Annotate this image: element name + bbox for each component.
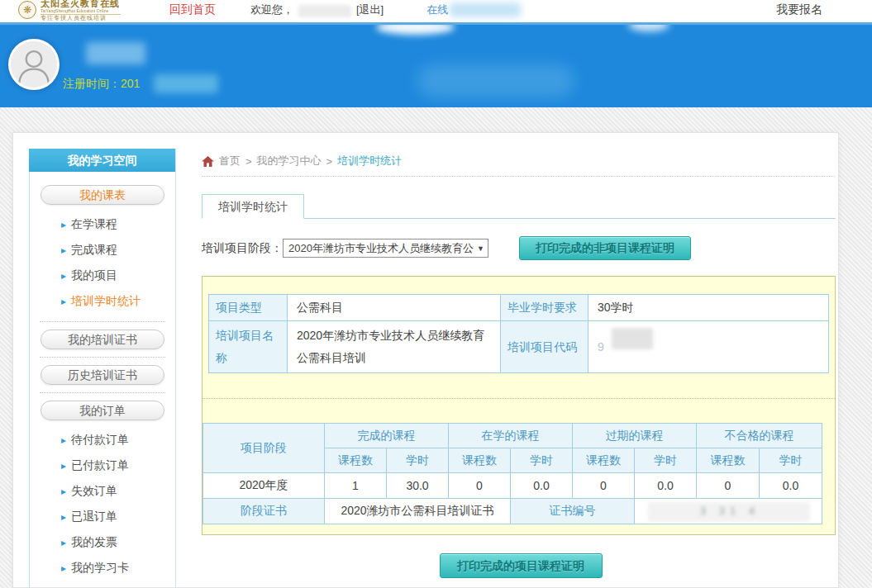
stats-panel: 项目类型 公需科目 毕业学时要求 30学时 培训项目名称 2020年潍坊市专业技…	[202, 276, 836, 535]
stage-certificate-name: 2020潍坊市公需科目培训证书	[325, 499, 511, 524]
arrow-right-icon: ▸	[61, 244, 66, 256]
expired-count: 0	[573, 473, 635, 499]
project-code-value: 9	[588, 321, 829, 373]
sidebar-item-label: 已付款订单	[71, 458, 129, 472]
sidebar-item-label: 我的项目	[71, 268, 117, 282]
online-service-label: 在线	[426, 3, 448, 16]
online-service-link[interactable]: 在线	[426, 2, 521, 17]
person-icon	[11, 41, 57, 88]
sidebar-item-my-study-card[interactable]: ▸我的学习卡	[61, 555, 175, 581]
logo-text: 太阳圣火教育在线 TaiYangShengHuo Education Onlin…	[41, 0, 121, 21]
sidebar-item-my-orders[interactable]: 我的订单	[41, 401, 164, 420]
project-name-value: 2020年潍坊市专业技术人员继续教育公需科目培训	[288, 321, 501, 373]
col-header-stage: 项目阶段	[203, 424, 325, 473]
sidebar-item-my-invoices[interactable]: ▸我的发票	[61, 529, 175, 555]
arrow-right-icon: ▸	[61, 434, 66, 446]
breadcrumb: 首页 > 我的学习中心 > 培训学时统计	[202, 154, 835, 177]
inprogress-count: 0	[449, 473, 511, 499]
logout-link[interactable]: [退出]	[356, 2, 384, 17]
sub-header-hours: 学时	[511, 448, 573, 473]
sidebar-order-menu: ▸待付款订单 ▸已付款订单 ▸失效订单 ▸已退订单 ▸我的发票 ▸我的学习卡	[61, 427, 175, 581]
table-row: 培训项目名称 2020年潍坊市专业技术人员继续教育公需科目培训 培训项目代码 9	[209, 321, 829, 373]
sub-header-hours: 学时	[760, 448, 822, 473]
failed-count: 0	[697, 473, 760, 499]
table-row: 项目类型 公需科目 毕业学时要求 30学时	[209, 295, 829, 321]
sidebar: 我的学习空间 我的课表 ▸在学课程 ▸完成课程 ▸我的项目 ▸培训学时统计 我的…	[29, 149, 176, 588]
project-type-value: 公需科目	[288, 295, 501, 321]
sidebar-item-training-hours-stats[interactable]: ▸培训学时统计	[61, 288, 175, 314]
graduation-hours-label: 毕业学时要求	[501, 295, 588, 321]
breadcrumb-learning-center[interactable]: 我的学习中心	[257, 154, 322, 168]
sub-header-hours: 学时	[635, 448, 697, 473]
redacted-register-date	[154, 74, 218, 93]
register-time-value: 201	[121, 77, 140, 90]
sidebar-item-label: 我的学习卡	[71, 561, 129, 574]
sidebar-item-my-schedule[interactable]: 我的课表	[41, 185, 164, 205]
sidebar-item-label: 我的发票	[71, 535, 117, 548]
project-info-table: 项目类型 公需科目 毕业学时要求 30学时 培训项目名称 2020年潍坊市专业技…	[208, 294, 829, 373]
sidebar-item-my-certificates[interactable]: 我的培训证书	[41, 330, 164, 349]
project-code-visible-digit: 9	[598, 340, 604, 353]
sub-header-course-count: 课程数	[697, 448, 760, 473]
col-header-failed: 不合格的课程	[697, 424, 822, 448]
expired-hours: 0.0	[635, 473, 697, 499]
stage-stats-section: 项目阶段 完成的课程 在学的课程 过期的课程 不合格的课程 课程数 学时 课程数…	[203, 399, 835, 534]
sidebar-item-unpaid-orders[interactable]: ▸待付款订单	[61, 427, 175, 453]
logo-subtitle: TaiYangShengHuo Education Online	[41, 9, 108, 13]
sidebar-item-expired-orders[interactable]: ▸失效订单	[61, 478, 175, 504]
avatar	[8, 39, 60, 90]
table-row: 阶段证书 2020潍坊市公需科目培训证书 证书编号 3 31 4	[203, 499, 822, 524]
sidebar-item-label: 培训学时统计	[71, 294, 141, 307]
site-logo: ❋ 太阳圣火教育在线 TaiYangShengHuo Education Onl…	[18, 0, 146, 21]
sidebar-item-label: 完成课程	[71, 243, 117, 256]
tab-bar: 培训学时统计	[202, 194, 836, 219]
sidebar-item-history-certificates[interactable]: 历史培训证书	[41, 365, 164, 385]
redacted-banner-username	[86, 42, 145, 64]
redacted-username	[298, 5, 351, 17]
redacted-online-service	[450, 2, 521, 17]
sidebar-item-refunded-orders[interactable]: ▸已退订单	[61, 504, 175, 529]
banner-decor-blob	[376, 25, 455, 35]
arrow-right-icon: ▸	[61, 562, 66, 574]
project-stage-select[interactable]: 2020年潍坊市专业技术人员继续教育公 ▼	[283, 239, 488, 258]
project-stage-label: 培训项目阶段：	[202, 241, 283, 256]
chevron-down-icon: ▼	[477, 244, 484, 253]
arrow-right-icon: ▸	[61, 486, 66, 497]
breadcrumb-home[interactable]: 首页	[219, 154, 241, 168]
sidebar-item-paid-orders[interactable]: ▸已付款订单	[61, 453, 175, 478]
project-stage-selected-value: 2020年潍坊市专业技术人员继续教育公	[288, 241, 474, 256]
signup-link[interactable]: 我要报名	[776, 2, 822, 17]
logo-glyph: ❋	[23, 4, 31, 16]
content-card: 我的学习空间 我的课表 ▸在学课程 ▸完成课程 ▸我的项目 ▸培训学时统计 我的…	[12, 132, 839, 588]
sidebar-item-finished-courses[interactable]: ▸完成课程	[61, 237, 175, 263]
sidebar-body: 我的课表 ▸在学课程 ▸完成课程 ▸我的项目 ▸培训学时统计 我的培训证书 历史…	[29, 172, 175, 588]
failed-hours: 0.0	[760, 473, 822, 499]
sub-header-course-count: 课程数	[449, 448, 511, 473]
project-info-section: 项目类型 公需科目 毕业学时要求 30学时 培训项目名称 2020年潍坊市专业技…	[203, 277, 835, 398]
arrow-right-icon: ▸	[61, 219, 66, 230]
certificate-number-value: 3 31 4	[635, 499, 822, 524]
sidebar-item-label: 在学课程	[71, 217, 117, 230]
logo-title: 太阳圣火教育在线	[41, 0, 121, 8]
certificate-number-label: 证书编号	[511, 499, 635, 524]
sub-header-course-count: 课程数	[325, 448, 387, 473]
sidebar-item-current-courses[interactable]: ▸在学课程	[61, 211, 175, 237]
stage-stats-table: 项目阶段 完成的课程 在学的课程 过期的课程 不合格的课程 课程数 学时 课程数…	[203, 423, 822, 524]
col-header-in-progress: 在学的课程	[449, 424, 573, 448]
print-nonproject-certificate-button[interactable]: 打印完成的非项目课程证明	[519, 236, 691, 260]
sidebar-title: 我的学习空间	[29, 149, 175, 172]
back-home-link[interactable]: 回到首页	[169, 2, 216, 17]
user-banner: 注册时间：201	[0, 25, 872, 107]
redacted-certificate-digits: 3 31 4	[651, 505, 808, 517]
sidebar-item-my-projects[interactable]: ▸我的项目	[61, 263, 175, 288]
home-icon	[202, 156, 214, 167]
tab-training-hours-stats[interactable]: 培训学时统计	[202, 194, 304, 219]
table-row: 2020年度 1 30.0 0 0.0 0 0.0 0 0.0	[203, 473, 822, 499]
sidebar-item-label: 失效订单	[71, 484, 117, 497]
sub-header-course-count: 课程数	[573, 448, 635, 473]
completed-hours: 30.0	[387, 473, 449, 499]
print-project-certificate-button[interactable]: 打印完成的项目课程证明	[440, 553, 603, 578]
arrow-right-icon: ▸	[61, 511, 66, 523]
graduation-hours-value: 30学时	[588, 295, 829, 321]
breadcrumb-separator: >	[245, 155, 252, 168]
